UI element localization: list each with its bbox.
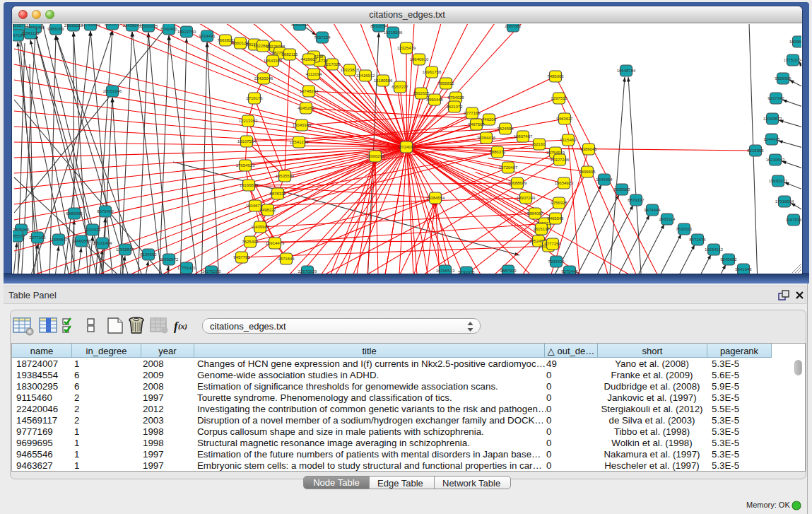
svg-text:9329966: 9329966: [775, 76, 792, 81]
svg-text:13045349: 13045349: [293, 123, 312, 127]
svg-text:19384554: 19384554: [426, 196, 445, 200]
svg-text:12416912: 12416912: [356, 74, 375, 78]
svg-text:10654112: 10654112: [705, 247, 724, 252]
svg-text:16543382: 16543382: [264, 59, 283, 63]
svg-text:18096865: 18096865: [789, 40, 801, 44]
svg-text:9983893: 9983893: [66, 211, 83, 216]
svg-text:22306335: 22306335: [139, 24, 158, 28]
svg-text:5793975: 5793975: [458, 270, 475, 274]
svg-text:18300295: 18300295: [366, 154, 385, 158]
svg-text:16914479: 16914479: [266, 241, 285, 245]
svg-text:17654923: 17654923: [236, 163, 255, 168]
svg-text:10327246: 10327246: [551, 158, 570, 162]
svg-text:10688609: 10688609: [508, 181, 527, 185]
svg-text:15751074: 15751074: [784, 58, 801, 62]
svg-text:2718176: 2718176: [246, 96, 263, 100]
svg-text:22744459: 22744459: [81, 24, 100, 27]
svg-text:9227342: 9227342: [767, 96, 784, 100]
svg-text:14275203: 14275203: [202, 269, 221, 274]
svg-text:1621072: 1621072: [446, 105, 463, 109]
svg-text:11584847: 11584847: [49, 238, 69, 242]
svg-text:7632621: 7632621: [676, 227, 693, 231]
svg-text:1615132: 1615132: [533, 227, 550, 231]
svg-text:18724007: 18724007: [397, 145, 416, 149]
svg-text:8079409: 8079409: [97, 209, 114, 214]
svg-text:1167534: 1167534: [786, 218, 801, 222]
svg-text:12213363: 12213363: [239, 119, 258, 123]
svg-text:7886372: 7886372: [489, 150, 506, 154]
svg-text:7955812: 7955812: [437, 81, 454, 86]
svg-text:9465546: 9465546: [547, 216, 564, 221]
svg-text:8134562: 8134562: [140, 252, 157, 257]
svg-text:18640910: 18640910: [410, 57, 429, 62]
svg-text:9457791: 9457791: [233, 255, 250, 259]
svg-text:8878332: 8878332: [269, 192, 286, 196]
svg-text:19166829: 19166829: [240, 183, 259, 187]
svg-text:4429607: 4429607: [300, 57, 317, 62]
svg-text:15692971: 15692971: [769, 179, 788, 183]
svg-text:11881122: 11881122: [21, 31, 40, 35]
svg-text:16648784: 16648784: [617, 69, 636, 73]
svg-text:16396513: 16396513: [436, 269, 455, 273]
svg-text:5641643: 5641643: [735, 267, 752, 271]
svg-text:8990448: 8990448: [426, 98, 443, 102]
svg-text:8685577: 8685577: [13, 234, 25, 238]
svg-text:6497568: 6497568: [468, 122, 485, 127]
svg-text:9777169: 9777169: [464, 111, 481, 115]
svg-text:22420046: 22420046: [254, 76, 273, 81]
svg-text:22992872: 22992872: [160, 257, 179, 262]
svg-text:19654923: 19654923: [555, 181, 574, 185]
svg-text:4389045: 4389045: [580, 147, 597, 151]
svg-text:746206: 746206: [482, 117, 497, 122]
svg-text:9756928: 9756928: [551, 201, 567, 205]
svg-text:9474444: 9474444: [644, 208, 661, 212]
svg-text:18922760: 18922760: [177, 30, 196, 34]
svg-text:6879197: 6879197: [628, 198, 645, 202]
svg-text:7625402: 7625402: [242, 240, 259, 244]
svg-text:9958289: 9958289: [47, 27, 64, 31]
svg-text:(x): (x): [178, 322, 187, 331]
svg-text:22570529: 22570529: [298, 269, 317, 274]
svg-text:8938923: 8938923: [613, 187, 630, 192]
svg-text:9214491: 9214491: [199, 34, 216, 38]
svg-text:20031404: 20031404: [93, 241, 112, 245]
svg-text:20364436: 20364436: [477, 136, 496, 140]
svg-text:16961758: 16961758: [423, 70, 442, 74]
svg-text:9699695: 9699695: [579, 170, 596, 174]
svg-text:62160: 62160: [534, 142, 546, 146]
svg-text:15180586: 15180586: [374, 78, 393, 83]
svg-text:11409948: 11409948: [251, 225, 270, 229]
svg-text:9463627: 9463627: [556, 117, 573, 121]
svg-text:1640954: 1640954: [596, 177, 613, 182]
svg-text:9777254: 9777254: [544, 242, 561, 246]
svg-text:8215955: 8215955: [747, 148, 764, 153]
svg-text:2087682: 2087682: [505, 24, 522, 28]
svg-text:4112034: 4112034: [306, 72, 323, 76]
svg-text:4245263: 4245263: [298, 106, 314, 110]
svg-text:17751421: 17751421: [177, 266, 196, 270]
svg-text:20053346: 20053346: [103, 89, 122, 93]
svg-text:8471676: 8471676: [689, 238, 706, 242]
svg-text:13748244: 13748244: [300, 89, 319, 93]
svg-text:9115460: 9115460: [560, 138, 577, 142]
svg-text:10323815: 10323815: [341, 68, 360, 72]
svg-text:17016504: 17016504: [775, 199, 794, 204]
svg-text:8813054: 8813054: [370, 24, 387, 28]
svg-text:3395870: 3395870: [104, 24, 121, 26]
svg-text:1562615: 1562615: [413, 91, 430, 95]
svg-text:2935114: 2935114: [659, 217, 676, 221]
svg-text:9794028: 9794028: [447, 95, 464, 100]
svg-text:15720407: 15720407: [499, 165, 518, 170]
svg-text:3498222: 3498222: [259, 208, 276, 212]
svg-text:8369062: 8369062: [291, 24, 308, 27]
svg-text:3624554: 3624554: [497, 127, 514, 131]
svg-text:9245652: 9245652: [720, 257, 737, 262]
svg-text:12325419: 12325419: [397, 46, 416, 50]
svg-text:16210643: 16210643: [766, 158, 785, 162]
svg-text:14460856: 14460856: [72, 239, 91, 243]
svg-text:1244415: 1244415: [763, 137, 780, 141]
svg-text:1571644: 1571644: [278, 257, 295, 261]
svg-text:7933426: 7933426: [548, 259, 565, 264]
svg-text:6357277: 6357277: [392, 85, 408, 89]
svg-text:9887903: 9887903: [500, 269, 517, 273]
